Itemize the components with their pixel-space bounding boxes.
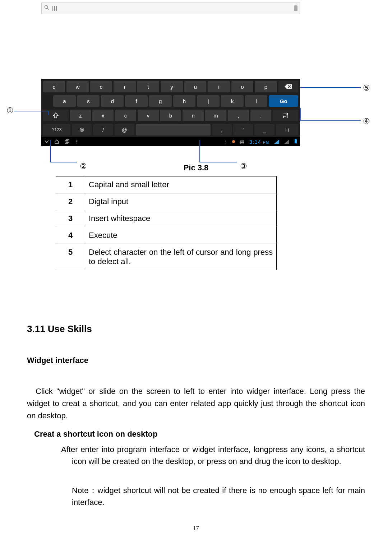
- table-row: 4Execute: [56, 227, 277, 244]
- search-chips: [52, 6, 57, 11]
- page-number: 17: [0, 525, 392, 532]
- backspace-key: [278, 81, 298, 92]
- nav-recent-icon: [64, 139, 69, 144]
- callout-5: ⑤: [363, 83, 370, 93]
- legend-table: 1Capital and small letter 2Digtal input …: [56, 176, 277, 270]
- key-f: f: [125, 95, 148, 107]
- section-heading: 3.11 Use Skills: [27, 323, 92, 335]
- key-c: c: [115, 110, 136, 121]
- nav-home-icon: [54, 139, 59, 144]
- key-at: @: [115, 124, 134, 135]
- callout-4: ④: [363, 117, 370, 126]
- key-apostrophe: ': [233, 124, 253, 135]
- key-p: p: [255, 81, 277, 92]
- table-row: 2Digtal input: [56, 193, 277, 210]
- figure-caption: Pic 3.8: [0, 163, 392, 173]
- key-w: w: [66, 81, 88, 92]
- sub-heading-shortcut: Creat a shortcut icon on desktop: [34, 429, 158, 439]
- key-comma2: ,: [212, 124, 232, 135]
- mic-icon: [294, 5, 298, 11]
- key-v: v: [138, 110, 159, 121]
- callout-1: ①: [6, 106, 14, 115]
- paragraph-note: Note：widget shortcut will not be created…: [72, 484, 365, 508]
- space-key: [136, 124, 211, 135]
- table-row: 3Insert whitespace: [56, 210, 277, 227]
- sub-heading: Widget interface: [27, 356, 88, 365]
- language-key: [72, 124, 92, 135]
- android-navbar: ⏚ ▤ 3:14 PM: [41, 137, 300, 146]
- svg-point-7: [77, 143, 78, 144]
- key-g: g: [149, 95, 172, 107]
- go-key: Go: [269, 95, 298, 107]
- key-x: x: [92, 110, 114, 121]
- key-h: h: [173, 95, 196, 107]
- key-u: u: [184, 81, 206, 92]
- nav-menu-icon: [74, 139, 79, 144]
- search-icon: [44, 5, 50, 12]
- svg-point-0: [45, 5, 47, 8]
- key-k: k: [221, 95, 244, 107]
- tab-key: [273, 110, 298, 121]
- key-smile: :-): [276, 124, 298, 135]
- battery-icon: [294, 139, 297, 145]
- key-j: j: [197, 95, 220, 107]
- key-b: b: [160, 110, 181, 121]
- svg-point-5: [77, 140, 78, 141]
- symbols-key: ?123: [43, 124, 70, 135]
- on-screen-keyboard: q w e r t y u i o p a s d f g h: [41, 79, 300, 137]
- svg-point-6: [77, 141, 78, 142]
- svg-rect-9: [295, 139, 296, 139]
- key-n: n: [183, 110, 204, 121]
- table-row: 1Capital and small letter: [56, 176, 277, 193]
- key-l: l: [245, 95, 268, 107]
- key-r: r: [114, 81, 135, 92]
- key-m: m: [205, 110, 226, 121]
- usb-icon: ⏚: [224, 139, 227, 144]
- key-comma: ,: [228, 110, 249, 121]
- key-period: .: [250, 110, 272, 121]
- key-slash: /: [93, 124, 113, 135]
- key-s: s: [77, 95, 100, 107]
- sd-icon: ▤: [240, 139, 244, 144]
- key-underscore: _: [254, 124, 274, 135]
- svg-rect-4: [66, 139, 69, 142]
- signal-icon: [284, 139, 289, 145]
- table-row: 5Delect character on the left of cursor …: [56, 244, 277, 270]
- key-e: e: [90, 81, 112, 92]
- wifi-icon: [274, 139, 279, 145]
- search-bar: All: [41, 3, 300, 14]
- key-z: z: [70, 110, 91, 121]
- key-o: o: [231, 81, 253, 92]
- key-q: q: [43, 81, 65, 92]
- svg-line-1: [47, 8, 49, 9]
- svg-rect-8: [295, 139, 297, 143]
- key-y: y: [161, 81, 183, 92]
- nav-down-icon: [44, 139, 49, 144]
- svg-rect-3: [65, 141, 68, 143]
- dot-icon: [232, 140, 235, 143]
- key-t: t: [137, 81, 159, 92]
- key-i: i: [208, 81, 230, 92]
- keyboard-screenshot: All q w e r t y u i o p a s: [41, 3, 300, 146]
- key-d: d: [101, 95, 124, 107]
- paragraph-shortcut: After enter into program interface or wi…: [61, 443, 365, 467]
- paragraph-widget: Click "widget" or slide on the screen to…: [27, 385, 365, 422]
- key-a: a: [53, 95, 76, 107]
- clock-time: 3:14 PM: [249, 139, 269, 145]
